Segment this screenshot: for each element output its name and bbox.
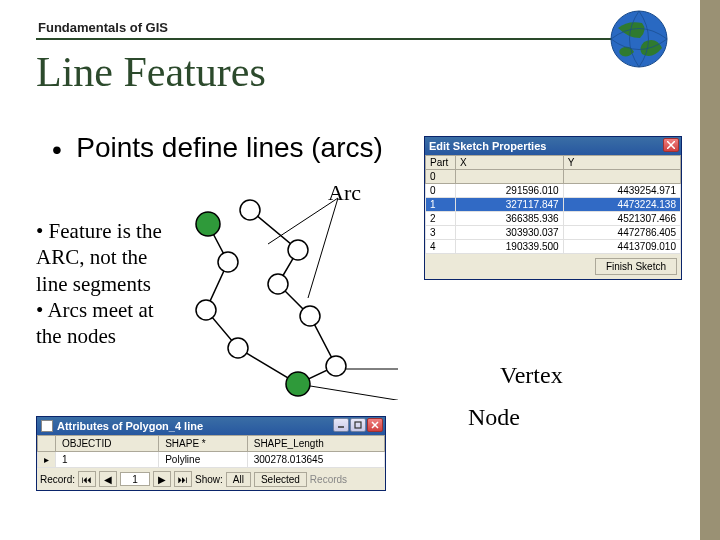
row-selector[interactable]: ▸ [38,452,56,468]
right-sidebar [700,0,720,540]
col-part[interactable]: Part [426,156,456,170]
svg-point-15 [240,200,260,220]
svg-point-11 [326,356,346,376]
col-y[interactable]: Y [563,156,680,170]
attributes-table[interactable]: OBJECTID SHAPE * SHAPE_Length ▸ 1 Polyli… [37,435,385,468]
show-all-button[interactable]: All [226,472,251,487]
table-row[interactable]: 3303930.0374472786.405 [426,226,681,240]
edit-sketch-titlebar[interactable]: Edit Sketch Properties [425,137,681,155]
minimize-icon[interactable] [333,418,349,432]
col-x[interactable]: X [456,156,564,170]
table-row[interactable]: 1327117.8474473224.138 [426,198,681,212]
table-row[interactable]: 2366385.9364521307.466 [426,212,681,226]
nav-first-icon[interactable]: ⏮ [78,471,96,487]
attributes-window: Attributes of Polygon_4 line OBJECTID SH… [36,416,386,491]
col-shape[interactable]: SHAPE * [159,436,248,452]
svg-line-2 [268,198,338,244]
edit-sketch-window: Edit Sketch Properties Part X Y 0 029159… [424,136,682,280]
nav-next-icon[interactable]: ▶ [153,471,171,487]
cell-objectid: 1 [56,452,159,468]
attributes-footer: Record: ⏮ ◀ ▶ ⏭ Show: All Selected Recor… [37,468,385,490]
svg-point-9 [196,300,216,320]
arc-diagram [178,180,398,400]
cell-shape: Polyline [159,452,248,468]
edit-sketch-title: Edit Sketch Properties [429,140,546,152]
svg-point-6 [196,212,220,236]
table-icon [41,420,53,432]
svg-point-12 [300,306,320,326]
table-row[interactable]: ▸ 1 Polyline 300278.013645 [38,452,385,468]
globe-icon [608,8,670,70]
maximize-icon[interactable] [350,418,366,432]
cell-length: 300278.013645 [247,452,384,468]
bullet-points-define: Points define lines (arcs) [52,132,383,166]
svg-point-8 [218,252,238,272]
table-row[interactable]: 4190339.5004413709.010 [426,240,681,254]
node-label: Node [468,404,520,431]
record-number-input[interactable] [120,472,150,486]
svg-point-7 [286,372,310,396]
svg-rect-17 [355,422,361,428]
show-label: Show: [195,474,223,485]
vertex-label: Vertex [500,362,563,389]
divider [36,38,664,40]
bullet-text: Points define lines (arcs) [76,132,383,163]
col-shapelength[interactable]: SHAPE_Length [247,436,384,452]
body-text: • Feature is the ARC, not the line segme… [36,218,176,349]
close-icon[interactable] [367,418,383,432]
page-title: Line Features [36,48,266,96]
nav-prev-icon[interactable]: ◀ [99,471,117,487]
table-row[interactable]: 0291596.0104439254.971 [426,184,681,198]
show-selected-button[interactable]: Selected [254,472,307,487]
finish-sketch-button[interactable]: Finish Sketch [595,258,677,275]
col-objectid[interactable]: OBJECTID [56,436,159,452]
attributes-title: Attributes of Polygon_4 line [57,420,203,432]
part-header[interactable]: 0 [426,170,456,184]
svg-point-13 [268,274,288,294]
svg-point-10 [228,338,248,358]
close-icon[interactable] [663,138,679,152]
attributes-titlebar[interactable]: Attributes of Polygon_4 line [37,417,385,435]
slide-subtitle: Fundamentals of GIS [38,20,168,35]
records-hint: Records [310,474,347,485]
svg-line-3 [308,198,338,298]
nav-last-icon[interactable]: ⏭ [174,471,192,487]
record-label: Record: [40,474,75,485]
svg-line-5 [298,384,398,400]
svg-point-14 [288,240,308,260]
sketch-table[interactable]: Part X Y 0 0291596.0104439254.9711327117… [425,155,681,254]
